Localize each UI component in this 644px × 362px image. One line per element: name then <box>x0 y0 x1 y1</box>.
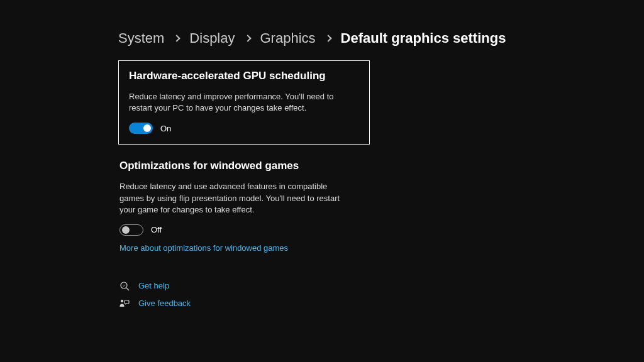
toggle-thumb-icon <box>143 124 151 132</box>
breadcrumb: System Display Graphics Default graphics… <box>118 30 644 47</box>
windowed-games-more-link[interactable]: More about optimizations for windowed ga… <box>119 243 288 253</box>
help-icon: ? <box>119 281 130 291</box>
gpu-scheduling-panel: Hardware-accelerated GPU scheduling Redu… <box>118 60 370 145</box>
gpu-scheduling-desc: Reduce latency and improve performance. … <box>129 91 355 114</box>
windowed-games-toggle-row: Off <box>119 224 360 236</box>
chevron-right-icon <box>174 35 180 41</box>
gpu-scheduling-toggle-row: On <box>129 123 359 134</box>
windowed-games-toggle-label: Off <box>151 225 162 234</box>
give-feedback-link[interactable]: Give feedback <box>138 299 191 308</box>
get-help-row[interactable]: ? Get help <box>119 281 644 291</box>
svg-line-1 <box>126 288 129 290</box>
page-title: Default graphics settings <box>341 30 506 47</box>
feedback-icon <box>119 299 130 309</box>
gpu-scheduling-toggle-label: On <box>160 124 171 133</box>
windowed-games-panel: Optimizations for windowed games Reduce … <box>118 151 370 253</box>
footer: ? Get help Give feedback <box>118 281 644 309</box>
gpu-scheduling-title: Hardware-accelerated GPU scheduling <box>129 70 359 82</box>
breadcrumb-display[interactable]: Display <box>189 30 235 47</box>
breadcrumb-system[interactable]: System <box>118 30 164 47</box>
chevron-right-icon <box>244 35 251 41</box>
svg-text:?: ? <box>123 283 125 287</box>
breadcrumb-graphics[interactable]: Graphics <box>260 30 316 47</box>
chevron-right-icon <box>325 35 331 41</box>
svg-point-3 <box>121 300 123 302</box>
svg-rect-4 <box>125 300 129 304</box>
give-feedback-row[interactable]: Give feedback <box>119 299 644 309</box>
get-help-link[interactable]: Get help <box>138 281 169 290</box>
windowed-games-toggle[interactable] <box>119 224 143 236</box>
windowed-games-desc: Reduce latency and use advanced features… <box>119 181 346 216</box>
windowed-games-title: Optimizations for windowed games <box>119 160 360 172</box>
gpu-scheduling-toggle[interactable] <box>129 123 153 134</box>
toggle-thumb-icon <box>122 226 130 234</box>
